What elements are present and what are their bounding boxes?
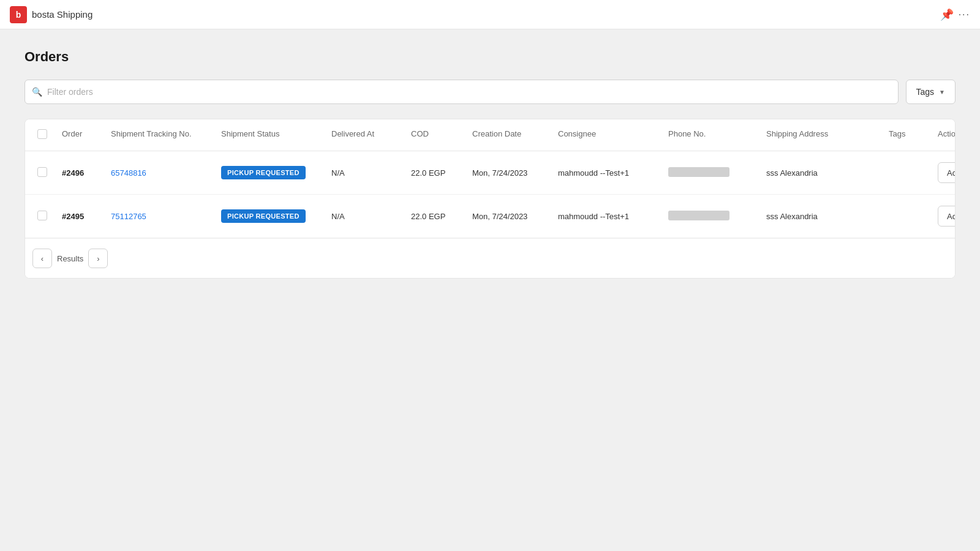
select-all-checkbox[interactable] [37,129,47,139]
consignee-2495: mahmoudd --Test+1 [553,201,663,232]
col-phone: Phone No. [663,119,761,151]
app-title: bosta Shipping [32,9,92,20]
col-order: Order [57,119,106,151]
pagination: ‹ Results › [25,238,955,278]
table-row: #2496 65748816 PICKUP REQUESTED N/A 22.0… [25,151,955,195]
tracking-no-2496: 65748816 [106,157,216,189]
topbar: b bosta Shipping 📌 ··· [0,0,980,29]
consignee-2496: mahmoudd --Test+1 [553,157,663,189]
results-text: Results [57,254,83,263]
prev-page-button[interactable]: ‹ [32,249,52,268]
col-actions: Actions [933,119,956,151]
table-header: Order Shipment Tracking No. Shipment Sta… [25,119,955,151]
status-2495: PICKUP REQUESTED [216,198,326,234]
col-delivered: Delivered At [326,119,406,151]
row-select-checkbox-2496[interactable] [37,167,47,177]
chevron-down-icon: ▼ [939,89,945,96]
actions-button-2495[interactable]: Actions ▼ [938,206,956,227]
actions-label-2495: Actions [947,212,956,221]
delivered-at-2495: N/A [326,201,406,232]
topbar-left: b bosta Shipping [10,6,92,23]
creation-date-2495: Mon, 7/24/2023 [467,201,553,232]
shipping-address-2495: sss Alexandria [761,201,884,232]
delivered-at-2496: N/A [326,157,406,189]
creation-date-2496: Mon, 7/24/2023 [467,157,553,189]
phone-2495 [663,200,761,233]
col-consignee: Consignee [553,119,663,151]
col-creation-date: Creation Date [467,119,553,151]
orders-table: Order Shipment Tracking No. Shipment Sta… [24,119,956,279]
actions-button-2496[interactable]: Actions ▼ [938,162,956,183]
more-options-icon[interactable]: ··· [959,9,970,20]
search-icon: 🔍 [32,87,42,97]
tracking-link-2495[interactable]: 75112765 [111,212,146,221]
col-checkbox [32,119,57,151]
tags-2495 [884,205,933,227]
tags-2496 [884,162,933,184]
status-badge-2495: PICKUP REQUESTED [221,209,306,223]
status-2496: PICKUP REQUESTED [216,155,326,190]
row-select-checkbox-2495[interactable] [37,211,47,220]
shipping-address-2496: sss Alexandria [761,157,884,189]
phone-2496 [663,156,761,190]
col-shipping-address: Shipping Address [761,119,884,151]
actions-cell-2496: Actions ▼ [933,151,956,194]
order-number-2496: #2496 [57,157,106,189]
search-container: 🔍 [24,80,899,104]
col-tags: Tags [884,119,933,151]
order-number-2495: #2495 [57,201,106,232]
col-cod: COD [406,119,467,151]
tracking-no-2495: 75112765 [106,201,216,232]
tags-button[interactable]: Tags ▼ [906,80,956,104]
phone-blurred-2496 [668,167,729,177]
phone-blurred-2495 [668,211,729,220]
main-content: Orders 🔍 Tags ▼ Order Shipment Tracking … [0,29,980,298]
col-status: Shipment Status [216,119,326,151]
tags-label: Tags [916,87,935,97]
tracking-link-2496[interactable]: 65748816 [111,168,146,178]
cod-2496: 22.0 EGP [406,157,467,189]
filter-bar: 🔍 Tags ▼ [24,80,956,104]
search-input[interactable] [24,80,899,104]
pin-icon: 📌 [940,8,954,21]
actions-label-2496: Actions [947,168,956,178]
col-tracking: Shipment Tracking No. [106,119,216,151]
cod-2495: 22.0 EGP [406,201,467,232]
page-title: Orders [24,49,956,65]
row-checkbox-2495 [32,200,57,233]
bosta-logo-icon: b [10,6,27,23]
row-checkbox-2496 [32,156,57,190]
actions-cell-2495: Actions ▼ [933,195,956,238]
topbar-right: 📌 ··· [940,8,970,21]
status-badge-2496: PICKUP REQUESTED [221,166,306,179]
next-page-button[interactable]: › [88,249,108,268]
table-row: #2495 75112765 PICKUP REQUESTED N/A 22.0… [25,195,955,238]
